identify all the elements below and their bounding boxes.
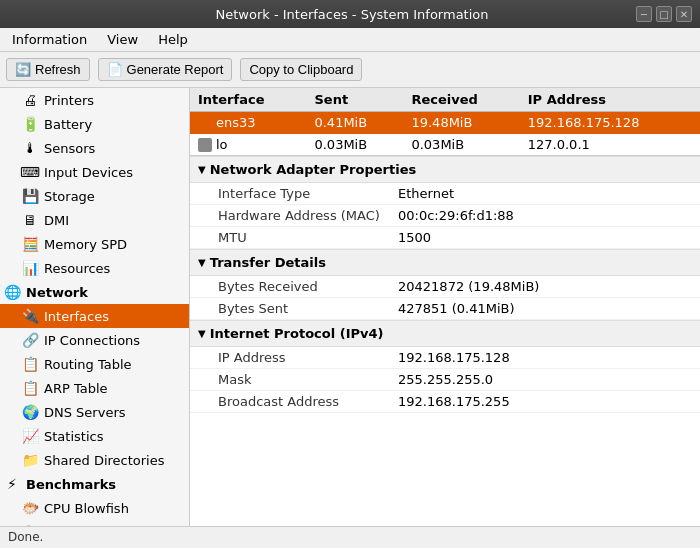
sidebar-item-input-devices[interactable]: ⌨Input Devices (0, 160, 189, 184)
property-row: Mask255.255.255.0 (190, 369, 700, 391)
window-title: Network - Interfaces - System Informatio… (68, 7, 636, 22)
interface-table: InterfaceSentReceivedIP Address ens330.4… (190, 88, 700, 155)
menu-view[interactable]: View (101, 30, 144, 49)
table-header-row: InterfaceSentReceivedIP Address (190, 88, 700, 112)
property-value: Ethernet (398, 186, 454, 201)
property-value: 20421872 (19.48MiB) (398, 279, 539, 294)
refresh-icon: 🔄 (15, 62, 31, 77)
minimize-button[interactable]: − (636, 6, 652, 22)
sensors-icon: 🌡 (22, 140, 38, 156)
property-row: Bytes Received20421872 (19.48MiB) (190, 276, 700, 298)
col-ip-address: IP Address (520, 88, 700, 112)
sidebar-item-dmi[interactable]: 🖥DMI (0, 208, 189, 232)
shared-dirs-icon: 📁 (22, 452, 38, 468)
property-value: 192.168.175.128 (398, 350, 510, 365)
statusbar: Done. (0, 526, 700, 548)
sidebar-item-arp-table[interactable]: 📋ARP Table (0, 376, 189, 400)
collapse-arrow-icon: ▼ (198, 164, 206, 175)
menu-help[interactable]: Help (152, 30, 194, 49)
section-title: Transfer Details (210, 255, 326, 270)
section-title: Internet Protocol (IPv4) (210, 326, 384, 341)
property-value: 427851 (0.41MiB) (398, 301, 515, 316)
status-text: Done. (8, 530, 43, 544)
copy-clipboard-button[interactable]: Copy to Clipboard (240, 58, 362, 81)
cpu-cryptohash-icon: 🔐 (22, 524, 38, 526)
sidebar-item-label-dmi: DMI (44, 213, 69, 228)
property-label: IP Address (218, 350, 398, 365)
sidebar-item-statistics[interactable]: 📈Statistics (0, 424, 189, 448)
property-row: Interface TypeEthernet (190, 183, 700, 205)
section-header-transfer-details[interactable]: ▼Transfer Details (190, 249, 700, 276)
sidebar-item-label-shared-dirs: Shared Directories (44, 453, 165, 468)
sidebar-item-label-battery: Battery (44, 117, 92, 132)
collapse-arrow-icon: ▼ (198, 257, 206, 268)
sidebar-item-label-cpu-cryptohash: CPU CryptoHash (44, 525, 151, 527)
interfaces-icon: 🔌 (22, 308, 38, 324)
sidebar-item-label-network: Network (26, 285, 88, 300)
sidebar-item-ip-connections[interactable]: 🔗IP Connections (0, 328, 189, 352)
property-value: 255.255.255.0 (398, 372, 493, 387)
sidebar-item-label-storage: Storage (44, 189, 95, 204)
battery-icon: 🔋 (22, 116, 38, 132)
sidebar-item-battery[interactable]: 🔋Battery (0, 112, 189, 136)
sidebar-item-memory-spd[interactable]: 🧮Memory SPD (0, 232, 189, 256)
sidebar-item-label-cpu-blowfish: CPU Blowfish (44, 501, 129, 516)
statistics-icon: 📈 (22, 428, 38, 444)
property-row: Hardware Address (MAC)00:0c:29:6f:d1:88 (190, 205, 700, 227)
interface-icon (198, 117, 212, 131)
table-row[interactable]: lo0.03MiB0.03MiB127.0.0.1 (190, 134, 700, 156)
menubar: Information View Help (0, 28, 700, 52)
sidebar-item-storage[interactable]: 💾Storage (0, 184, 189, 208)
cpu-blowfish-icon: 🐡 (22, 500, 38, 516)
sidebar-item-printers[interactable]: 🖨Printers (0, 88, 189, 112)
sidebar-item-sensors[interactable]: 🌡Sensors (0, 136, 189, 160)
sidebar-item-label-memory-spd: Memory SPD (44, 237, 127, 252)
resources-icon: 📊 (22, 260, 38, 276)
interface-table-area: InterfaceSentReceivedIP Address ens330.4… (190, 88, 700, 156)
table-row[interactable]: ens330.41MiB19.48MiB192.168.175.128 (190, 112, 700, 134)
sidebar-item-shared-dirs[interactable]: 📁Shared Directories (0, 448, 189, 472)
sidebar-item-label-sensors: Sensors (44, 141, 95, 156)
printers-icon: 🖨 (22, 92, 38, 108)
maximize-button[interactable]: □ (656, 6, 672, 22)
sidebar-item-network[interactable]: 🌐Network (0, 280, 189, 304)
col-received: Received (403, 88, 519, 112)
property-label: Bytes Received (218, 279, 398, 294)
col-interface: Interface (190, 88, 306, 112)
sidebar-item-label-ip-connections: IP Connections (44, 333, 140, 348)
sidebar-item-label-benchmarks: Benchmarks (26, 477, 116, 492)
sidebar-item-label-input-devices: Input Devices (44, 165, 133, 180)
generate-report-button[interactable]: 📄 Generate Report (98, 58, 233, 81)
sidebar-item-cpu-blowfish[interactable]: 🐡CPU Blowfish (0, 496, 189, 520)
arp-table-icon: 📋 (22, 380, 38, 396)
property-row: MTU1500 (190, 227, 700, 249)
toolbar: 🔄 Refresh 📄 Generate Report Copy to Clip… (0, 52, 700, 88)
property-value: 1500 (398, 230, 431, 245)
input-devices-icon: ⌨ (22, 164, 38, 180)
property-value: 00:0c:29:6f:d1:88 (398, 208, 514, 223)
property-row: Broadcast Address192.168.175.255 (190, 391, 700, 413)
section-title: Network Adapter Properties (210, 162, 416, 177)
property-label: Hardware Address (MAC) (218, 208, 398, 223)
close-button[interactable]: ✕ (676, 6, 692, 22)
sidebar-item-routing-table[interactable]: 📋Routing Table (0, 352, 189, 376)
sidebar-item-interfaces[interactable]: 🔌Interfaces (0, 304, 189, 328)
sidebar-item-resources[interactable]: 📊Resources (0, 256, 189, 280)
content-area: InterfaceSentReceivedIP Address ens330.4… (190, 88, 700, 526)
section-header-ipv4[interactable]: ▼Internet Protocol (IPv4) (190, 320, 700, 347)
sidebar-item-dns-servers[interactable]: 🌍DNS Servers (0, 400, 189, 424)
sidebar-item-label-arp-table: ARP Table (44, 381, 108, 396)
properties-area: ▼Network Adapter PropertiesInterface Typ… (190, 156, 700, 413)
sidebar-item-label-printers: Printers (44, 93, 94, 108)
property-label: Interface Type (218, 186, 398, 201)
property-row: Bytes Sent427851 (0.41MiB) (190, 298, 700, 320)
sidebar-item-cpu-cryptohash[interactable]: 🔐CPU CryptoHash (0, 520, 189, 526)
sidebar-item-label-resources: Resources (44, 261, 110, 276)
refresh-button[interactable]: 🔄 Refresh (6, 58, 90, 81)
sidebar-item-label-dns-servers: DNS Servers (44, 405, 126, 420)
section-header-network-adapter[interactable]: ▼Network Adapter Properties (190, 156, 700, 183)
menu-information[interactable]: Information (6, 30, 93, 49)
collapse-arrow-icon: ▼ (198, 328, 206, 339)
sidebar-item-benchmarks[interactable]: ⚡Benchmarks (0, 472, 189, 496)
interface-icon (198, 138, 212, 152)
